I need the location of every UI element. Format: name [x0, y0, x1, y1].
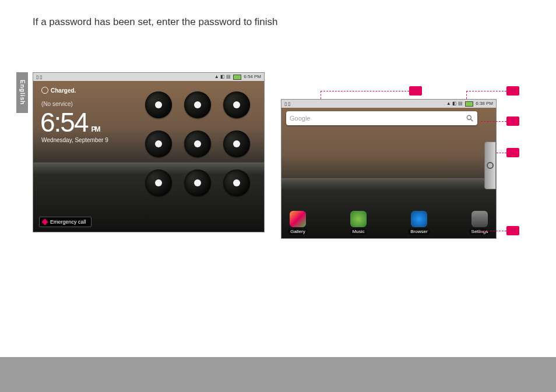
pattern-dot[interactable] — [184, 91, 211, 118]
svg-line-1 — [471, 119, 473, 122]
pattern-dot[interactable] — [184, 169, 211, 196]
status-bar: ▯ ▯ ▲◧▤ 6:38 PM — [281, 100, 496, 108]
lockscreen-screenshot: ▯ ▯ ▲◧▤ 6:54 PM Charged. (No service) 6:… — [33, 72, 265, 232]
browser-icon — [411, 211, 427, 227]
google-search-widget[interactable]: Google — [286, 111, 477, 125]
app-gallery[interactable]: Gallery — [284, 211, 312, 235]
callout-leader — [466, 91, 506, 91]
callout-box — [506, 86, 519, 96]
lock-clock: 6:54 PM — [40, 107, 100, 138]
pattern-dot[interactable] — [223, 169, 250, 196]
pattern-dot[interactable] — [145, 130, 172, 157]
pattern-dot[interactable] — [184, 130, 211, 157]
status-time: 6:38 PM — [476, 101, 493, 106]
status-right-icons: ▲◧▤ 6:38 PM — [446, 101, 494, 106]
callout-leader — [497, 153, 506, 153]
callout-box — [409, 86, 422, 96]
callout-leader — [478, 231, 506, 231]
status-time: 6:54 PM — [244, 74, 261, 79]
status-bar: ▯ ▯ ▲◧▤ 6:54 PM — [33, 73, 264, 81]
clock-ampm: PM — [92, 125, 100, 133]
page-footer — [0, 357, 556, 392]
app-music[interactable]: Music — [344, 211, 372, 235]
charged-indicator: Charged. — [41, 87, 76, 94]
app-drawer-handle[interactable] — [484, 142, 496, 189]
callout-box — [506, 116, 519, 126]
pattern-dot[interactable] — [145, 169, 172, 196]
callout-leader — [321, 91, 321, 99]
pattern-dot[interactable] — [223, 130, 250, 157]
svg-point-0 — [467, 115, 471, 119]
status-left-icons: ▯ ▯ — [284, 101, 291, 107]
battery-icon — [465, 101, 473, 107]
language-tab: English — [16, 72, 28, 113]
battery-icon — [233, 75, 241, 80]
search-placeholder: Google — [290, 115, 466, 122]
callout-leader — [321, 91, 409, 91]
music-icon — [350, 211, 367, 227]
callout-leader — [466, 91, 467, 99]
callout-box — [506, 148, 519, 157]
app-label: Browser — [408, 228, 430, 235]
lock-date: Wednesday, September 9 — [41, 137, 108, 143]
instruction-text: If a password has been set, enter the pa… — [33, 16, 278, 28]
callout-leader — [481, 121, 506, 122]
pattern-grid[interactable] — [139, 86, 256, 202]
search-icon — [466, 114, 474, 122]
app-label: Music — [350, 228, 367, 235]
grip-icon — [487, 162, 494, 169]
pattern-dot[interactable] — [145, 91, 172, 118]
gallery-icon — [290, 211, 306, 227]
status-right-icons: ▲◧▤ 6:54 PM — [214, 74, 262, 79]
status-left-icons: ▯ ▯ — [36, 75, 43, 80]
callout-box — [506, 226, 519, 235]
app-label: Settings — [469, 228, 491, 235]
homescreen-screenshot: ▯ ▯ ▲◧▤ 6:38 PM Google Gallery Music — [281, 99, 497, 239]
pattern-dot[interactable] — [223, 91, 250, 118]
settings-icon — [471, 211, 488, 227]
app-browser[interactable]: Browser — [405, 211, 433, 235]
emergency-icon — [41, 218, 48, 225]
charge-icon — [41, 87, 48, 94]
home-icon-row: Gallery Music Browser Settings — [284, 209, 494, 235]
app-label: Gallery — [288, 228, 307, 235]
emergency-call-button[interactable]: Emergency call — [39, 217, 92, 227]
